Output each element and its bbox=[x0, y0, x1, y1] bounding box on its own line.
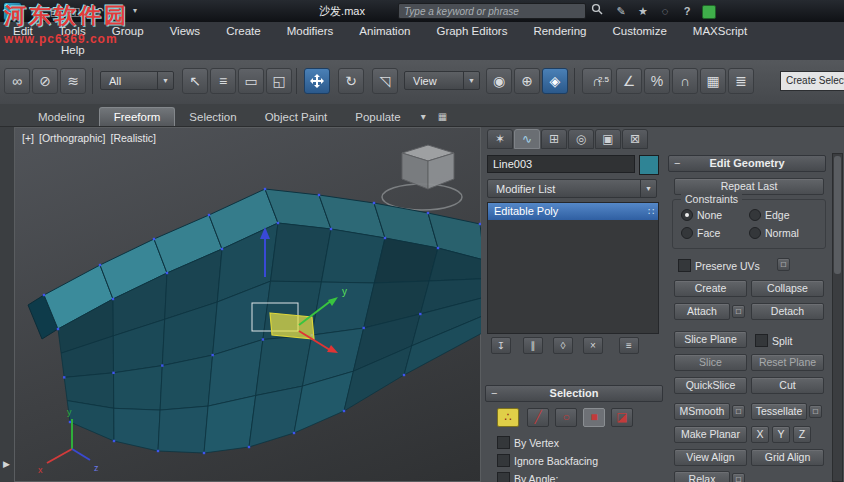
viewport-menu-view[interactable]: [Orthographic] bbox=[39, 132, 106, 144]
select-and-link-icon[interactable]: ∞ bbox=[4, 68, 30, 94]
sign-in-icon[interactable]: ✎ bbox=[612, 3, 630, 19]
ignore-backfacing-checkbox[interactable] bbox=[497, 454, 510, 467]
ribbon-tab-freeform[interactable]: Freeform bbox=[99, 107, 176, 126]
named-selection-set-field[interactable]: Create Selection S bbox=[780, 71, 844, 91]
menu-rendering[interactable]: Rendering bbox=[520, 22, 599, 41]
panel-scrollbar[interactable] bbox=[832, 153, 843, 482]
preserve-uvs-option[interactable]: Preserve UVs bbox=[678, 259, 760, 272]
object-color-swatch[interactable] bbox=[639, 155, 659, 175]
snaps-toggle-icon[interactable]: ∩2.5 bbox=[582, 68, 612, 94]
favorites-star-icon[interactable]: ★ bbox=[634, 3, 652, 19]
by-angle-checkbox[interactable] bbox=[497, 472, 510, 482]
menu-views[interactable]: Views bbox=[157, 22, 213, 41]
display-tab[interactable]: ▣ bbox=[595, 129, 621, 149]
msmooth-settings-button[interactable]: □ bbox=[732, 405, 745, 418]
expand-panel-arrow-icon[interactable]: ▶ bbox=[3, 459, 10, 469]
utilities-tab[interactable]: ⊠ bbox=[622, 129, 648, 149]
quick-access-caret-icon[interactable]: ▾ bbox=[126, 3, 144, 19]
select-and-rotate-icon[interactable]: ↻ bbox=[338, 68, 364, 94]
percent-snap-icon[interactable]: % bbox=[644, 68, 670, 94]
configure-modifier-sets-icon[interactable]: ≡ bbox=[619, 337, 639, 354]
undo-icon[interactable]: ↶ bbox=[90, 3, 108, 19]
edit-named-selection-sets-icon[interactable]: ▦ bbox=[700, 68, 726, 94]
tessellate-button[interactable]: Tessellate bbox=[751, 403, 807, 420]
open-file-icon[interactable]: ▤ bbox=[46, 3, 64, 19]
make-unique-icon[interactable]: ◊ bbox=[553, 337, 573, 354]
edge-subobject-button[interactable]: ╱ bbox=[527, 408, 549, 427]
stack-item-editable-poly[interactable]: Editable Poly ∷ bbox=[488, 203, 658, 220]
planar-x-button[interactable]: X bbox=[751, 426, 769, 443]
reset-plane-button[interactable]: Reset Plane bbox=[751, 354, 824, 371]
select-object-icon[interactable]: ↖ bbox=[182, 68, 208, 94]
viewport-scene[interactable]: yxyz bbox=[14, 127, 481, 482]
use-center-icon[interactable]: ◉ bbox=[486, 68, 512, 94]
constraint-none-option[interactable]: None bbox=[681, 209, 722, 221]
menu-create[interactable]: Create bbox=[213, 22, 274, 41]
ribbon-options-caret-icon[interactable]: ▾ bbox=[415, 107, 432, 126]
ribbon-minimize-icon[interactable]: ▦ bbox=[432, 107, 453, 126]
select-and-manipulate-icon[interactable]: ◈ bbox=[542, 68, 568, 94]
view-align-button[interactable]: View Align bbox=[674, 449, 747, 466]
tessellate-settings-button[interactable]: □ bbox=[809, 405, 822, 418]
save-file-icon[interactable]: ◫ bbox=[66, 3, 84, 19]
menu-tools[interactable]: Tools bbox=[46, 22, 99, 41]
ribbon-tab-modeling[interactable]: Modeling bbox=[24, 108, 99, 126]
menu-maxscript[interactable]: MAXScript bbox=[680, 22, 760, 41]
face-radio[interactable] bbox=[681, 227, 693, 239]
redo-icon[interactable]: ↷ bbox=[108, 3, 126, 19]
edit-geometry-rollout-header[interactable]: − Edit Geometry bbox=[668, 155, 826, 172]
ignore-backfacing-option[interactable]: Ignore Backfacing bbox=[497, 454, 598, 467]
menu-customize[interactable]: Customize bbox=[599, 22, 679, 41]
menu-edit[interactable]: Edit bbox=[0, 22, 46, 41]
rectangular-selection-region-icon[interactable]: ▭ bbox=[238, 68, 264, 94]
constraint-face-option[interactable]: Face bbox=[681, 227, 720, 239]
create-button[interactable]: Create bbox=[674, 280, 747, 297]
viewport[interactable]: [+] [Orthographic] [Realistic] yxyz bbox=[14, 127, 481, 482]
split-checkbox[interactable] bbox=[755, 334, 768, 347]
attach-settings-button[interactable]: □ bbox=[732, 305, 745, 318]
select-and-place-icon[interactable]: ⊕ bbox=[514, 68, 540, 94]
slice-button[interactable]: Slice bbox=[674, 354, 747, 371]
help-icon[interactable]: ? bbox=[678, 3, 696, 19]
communication-center-icon[interactable]: ◌ bbox=[656, 3, 674, 19]
app-menu-icon[interactable] bbox=[3, 2, 22, 21]
select-and-move-icon[interactable] bbox=[304, 68, 330, 94]
element-subobject-button[interactable]: ◪ bbox=[611, 408, 633, 427]
unlink-selection-icon[interactable]: ⊘ bbox=[32, 68, 58, 94]
menu-modifiers[interactable]: Modifiers bbox=[274, 22, 347, 41]
select-and-scale-icon[interactable]: ◹ bbox=[372, 68, 398, 94]
slice-plane-button[interactable]: Slice Plane bbox=[674, 331, 747, 348]
create-tab[interactable]: ✶ bbox=[487, 129, 513, 149]
vertex-subobject-button[interactable]: ∴ bbox=[497, 408, 519, 427]
msmooth-button[interactable]: MSmooth bbox=[674, 403, 730, 420]
bind-to-spacewarp-icon[interactable]: ≋ bbox=[60, 68, 86, 94]
hierarchy-tab[interactable]: ⊞ bbox=[541, 129, 567, 149]
border-subobject-button[interactable]: ○ bbox=[555, 408, 577, 427]
window-crossing-icon[interactable]: ◱ bbox=[266, 68, 292, 94]
modifier-list-dropdown[interactable]: Modifier List ▼ bbox=[487, 179, 657, 198]
app-store-icon[interactable] bbox=[702, 5, 716, 19]
edge-radio[interactable] bbox=[749, 209, 761, 221]
detach-button[interactable]: Detach bbox=[751, 303, 824, 320]
relax-settings-button[interactable]: □ bbox=[732, 473, 745, 482]
search-input[interactable] bbox=[398, 3, 586, 19]
object-name-field[interactable]: Line003 bbox=[487, 155, 635, 173]
make-planar-button[interactable]: Make Planar bbox=[674, 426, 747, 443]
normal-radio[interactable] bbox=[749, 227, 761, 239]
cut-button[interactable]: Cut bbox=[751, 377, 824, 394]
preserve-uvs-settings-button[interactable]: □ bbox=[777, 258, 790, 271]
keyboard-shortcut-override-icon[interactable]: ≣ bbox=[728, 68, 754, 94]
viewport-menu-plus[interactable]: [+] bbox=[22, 132, 34, 144]
quickslice-button[interactable]: QuickSlice bbox=[674, 377, 747, 394]
spinner-snap-icon[interactable]: ∩ bbox=[672, 68, 698, 94]
pin-stack-icon[interactable]: ↧ bbox=[491, 337, 511, 354]
motion-tab[interactable]: ◎ bbox=[568, 129, 594, 149]
select-by-name-icon[interactable]: ≡ bbox=[210, 68, 236, 94]
new-scene-icon[interactable]: □ bbox=[26, 3, 44, 19]
scrollbar-thumb[interactable] bbox=[834, 156, 841, 274]
ribbon-tab-selection[interactable]: Selection bbox=[175, 108, 250, 126]
constraint-edge-option[interactable]: Edge bbox=[749, 209, 790, 221]
modify-tab[interactable]: ∿ bbox=[514, 129, 540, 149]
constraint-normal-option[interactable]: Normal bbox=[749, 227, 799, 239]
menu-graph-editors[interactable]: Graph Editors bbox=[423, 22, 520, 41]
